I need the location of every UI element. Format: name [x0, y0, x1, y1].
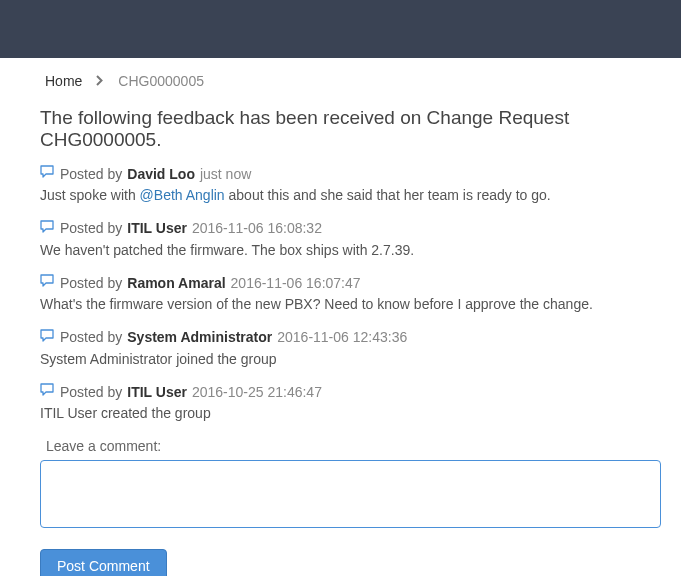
comment-item: Posted by David Loo just now Just spoke … [40, 165, 661, 206]
comment-icon [40, 220, 55, 237]
posted-by-label: Posted by [60, 275, 122, 291]
comment-author[interactable]: ITIL User [127, 220, 187, 236]
comment-header: Posted by David Loo just now [40, 165, 661, 182]
comment-item: Posted by ITIL User 2016-11-06 16:08:32 … [40, 220, 661, 261]
posted-by-label: Posted by [60, 220, 122, 236]
comment-text: about this and she said that her team is… [225, 187, 551, 203]
comment-header: Posted by Ramon Amaral 2016-11-06 16:07:… [40, 274, 661, 291]
comment-input[interactable] [40, 460, 661, 528]
comment-timestamp: 2016-11-06 12:43:36 [277, 329, 407, 345]
comment-text: Just spoke with [40, 187, 140, 203]
mention-link[interactable]: @Beth Anglin [140, 187, 225, 203]
comment-body: We haven't patched the firmware. The box… [40, 241, 661, 261]
page-title: The following feedback has been received… [40, 107, 661, 151]
comment-timestamp: 2016-11-06 16:08:32 [192, 220, 322, 236]
post-comment-button[interactable]: Post Comment [40, 549, 167, 576]
comment-header: Posted by System Administrator 2016-11-0… [40, 329, 661, 346]
comment-input-label: Leave a comment: [46, 438, 661, 454]
comment-item: Posted by ITIL User 2016-10-25 21:46:47 … [40, 383, 661, 424]
breadcrumb-current: CHG0000005 [118, 73, 204, 89]
chevron-right-icon [96, 73, 104, 89]
comment-author[interactable]: ITIL User [127, 384, 187, 400]
comment-author[interactable]: Ramon Amaral [127, 275, 225, 291]
comment-icon [40, 274, 55, 291]
comment-body: System Administrator joined the group [40, 350, 661, 370]
posted-by-label: Posted by [60, 166, 122, 182]
comment-timestamp: 2016-11-06 16:07:47 [231, 275, 361, 291]
comment-form: Leave a comment: Post Comment [40, 438, 661, 576]
comment-author[interactable]: System Administrator [127, 329, 272, 345]
comment-header: Posted by ITIL User 2016-10-25 21:46:47 [40, 383, 661, 400]
breadcrumb-home[interactable]: Home [45, 73, 82, 89]
comment-author[interactable]: David Loo [127, 166, 195, 182]
comment-body: What's the firmware version of the new P… [40, 295, 661, 315]
comment-item: Posted by System Administrator 2016-11-0… [40, 329, 661, 370]
comment-item: Posted by Ramon Amaral 2016-11-06 16:07:… [40, 274, 661, 315]
header-bar [0, 0, 681, 58]
comment-icon [40, 165, 55, 182]
comment-icon [40, 383, 55, 400]
content-area: Home CHG0000005 The following feedback h… [0, 58, 681, 576]
posted-by-label: Posted by [60, 329, 122, 345]
comment-timestamp: 2016-10-25 21:46:47 [192, 384, 322, 400]
comment-header: Posted by ITIL User 2016-11-06 16:08:32 [40, 220, 661, 237]
comment-icon [40, 329, 55, 346]
posted-by-label: Posted by [60, 384, 122, 400]
comment-body: Just spoke with @Beth Anglin about this … [40, 186, 661, 206]
comment-body: ITIL User created the group [40, 404, 661, 424]
breadcrumb: Home CHG0000005 [45, 73, 661, 89]
comment-timestamp: just now [200, 166, 251, 182]
